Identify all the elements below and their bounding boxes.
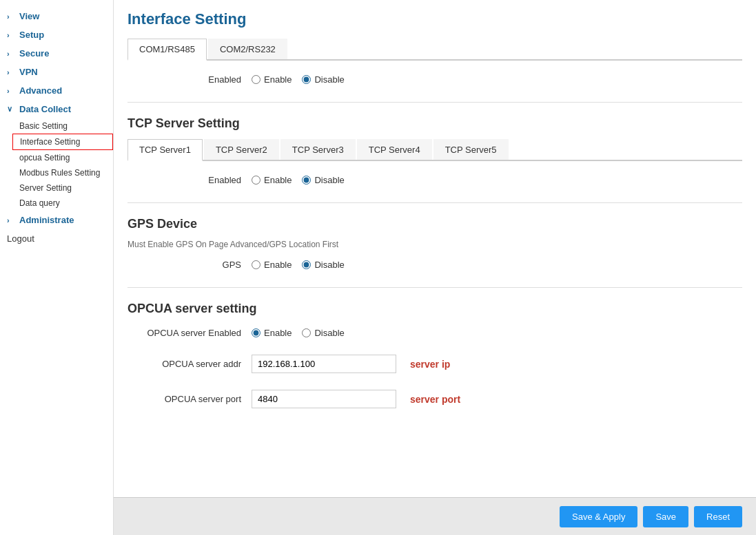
- reset-button[interactable]: Reset: [694, 506, 742, 527]
- save-button[interactable]: Save: [643, 506, 688, 527]
- com-enabled-label: Enabled: [127, 74, 252, 85]
- com-radio-group: Enable Disable: [252, 74, 345, 85]
- opcua-enabled-row: OPCUA server Enabled Enable Disable: [127, 324, 742, 342]
- tcp-radio-group: Enable Disable: [252, 175, 345, 185]
- gps-description: Must Enable GPS On Page Advanced/GPS Loc…: [127, 240, 742, 249]
- bottom-bar: Save & Apply Save Reset: [114, 497, 756, 535]
- chevron-right-icon: ›: [7, 31, 17, 39]
- tab-tcp-server5[interactable]: TCP Server5: [433, 139, 509, 160]
- sidebar-item-vpn[interactable]: › VPN: [0, 63, 113, 81]
- com-enable-option[interactable]: Enable: [252, 74, 292, 85]
- opcua-disable-option[interactable]: Disable: [302, 328, 344, 338]
- gps-label: GPS: [127, 260, 252, 270]
- divider-3: [127, 287, 742, 288]
- sidebar-item-setup[interactable]: › Setup: [0, 25, 113, 44]
- sidebar-sub-data-query[interactable]: Data query: [12, 196, 113, 211]
- com-enable-label: Enable: [264, 74, 292, 85]
- gps-enable-option[interactable]: Enable: [252, 260, 292, 270]
- chevron-right-icon: ›: [7, 87, 17, 95]
- opcua-enable-radio[interactable]: [252, 328, 260, 337]
- chevron-right-icon: ›: [7, 12, 17, 21]
- com-enable-radio[interactable]: [252, 75, 260, 84]
- tab-tcp-server4[interactable]: TCP Server4: [357, 139, 432, 160]
- gps-enable-label: Enable: [264, 260, 292, 270]
- divider-1: [127, 102, 742, 103]
- opcua-port-label: OPCUA server port: [127, 394, 252, 404]
- com-tab-bar: COM1/RS485 COM2/RS232: [127, 39, 742, 61]
- sidebar-item-advanced-label: Advanced: [19, 85, 62, 96]
- tab-tcp-server3[interactable]: TCP Server3: [280, 139, 356, 160]
- sidebar: › View › Setup › Secure › VPN › Advanced…: [0, 0, 114, 535]
- sidebar-item-secure-label: Secure: [19, 48, 49, 59]
- opcua-port-hint: server port: [410, 394, 460, 405]
- sidebar-sub-server-setting[interactable]: Server Setting: [12, 180, 113, 196]
- sidebar-item-view[interactable]: › View: [0, 7, 113, 25]
- tcp-enable-option[interactable]: Enable: [252, 175, 292, 185]
- sidebar-sub-modbus-rules[interactable]: Modbus Rules Setting: [12, 165, 113, 180]
- opcua-addr-row: OPCUA server addr server ip: [127, 351, 742, 377]
- sidebar-sub-opcua-setting[interactable]: opcua Setting: [12, 150, 113, 165]
- tcp-enabled-row: Enabled Enable Disable: [127, 171, 742, 189]
- com-enabled-row: Enabled Enable Disable: [127, 71, 742, 88]
- gps-radio-group: Enable Disable: [252, 260, 345, 270]
- sidebar-sub-interface-setting[interactable]: Interface Setting: [12, 134, 113, 150]
- tcp-enable-radio[interactable]: [252, 176, 260, 185]
- sidebar-item-vpn-label: VPN: [19, 67, 38, 77]
- sidebar-item-administrate-label: Administrate: [19, 215, 74, 225]
- gps-enable-radio[interactable]: [252, 260, 260, 269]
- tab-com2-rs232[interactable]: COM2/RS232: [208, 39, 287, 59]
- tcp-disable-option[interactable]: Disable: [302, 175, 344, 185]
- com-disable-option[interactable]: Disable: [302, 74, 344, 85]
- tcp-enabled-label: Enabled: [127, 175, 252, 185]
- tcp-tab-bar: TCP Server1 TCP Server2 TCP Server3 TCP …: [127, 139, 742, 161]
- gps-disable-label: Disable: [314, 260, 344, 270]
- sidebar-item-administrate[interactable]: › Administrate: [0, 211, 113, 229]
- save-apply-button[interactable]: Save & Apply: [560, 506, 637, 527]
- opcua-enable-option[interactable]: Enable: [252, 328, 292, 338]
- sidebar-logout[interactable]: Logout: [0, 229, 113, 248]
- gps-enabled-row: GPS Enable Disable: [127, 256, 742, 273]
- chevron-down-icon: ∨: [7, 105, 17, 114]
- sidebar-item-data-collect-label: Data Collect: [19, 104, 71, 114]
- opcua-radio-group: Enable Disable: [252, 328, 345, 338]
- opcua-addr-label: OPCUA server addr: [127, 359, 252, 369]
- logout-label: Logout: [7, 233, 34, 244]
- page-title: Interface Setting: [127, 10, 742, 28]
- opcua-addr-input[interactable]: [252, 355, 396, 373]
- gps-disable-option[interactable]: Disable: [302, 260, 344, 270]
- com-disable-radio[interactable]: [302, 75, 311, 84]
- opcua-enable-label: Enable: [264, 328, 292, 338]
- sidebar-item-data-collect[interactable]: ∨ Data Collect: [0, 100, 113, 118]
- sidebar-item-view-label: View: [19, 11, 39, 21]
- main-content: Interface Setting COM1/RS485 COM2/RS232 …: [114, 0, 756, 535]
- sidebar-sub-basic-setting[interactable]: Basic Setting: [12, 118, 113, 134]
- opcua-disable-label: Disable: [314, 328, 344, 338]
- tcp-section-title: TCP Server Setting: [127, 116, 742, 131]
- tab-com1-rs485[interactable]: COM1/RS485: [127, 39, 207, 61]
- com-disable-label: Disable: [314, 74, 344, 85]
- chevron-right-icon: ›: [7, 68, 17, 76]
- sidebar-item-setup-label: Setup: [19, 30, 44, 40]
- tcp-disable-radio[interactable]: [302, 176, 311, 185]
- divider-2: [127, 202, 742, 203]
- sidebar-item-advanced[interactable]: › Advanced: [0, 81, 113, 100]
- gps-section-title: GPS Device: [127, 217, 742, 231]
- tab-tcp-server2[interactable]: TCP Server2: [204, 139, 279, 160]
- opcua-addr-hint: server ip: [410, 359, 450, 370]
- opcua-section-title: OPCUA server setting: [127, 302, 742, 316]
- opcua-disable-radio[interactable]: [302, 328, 311, 337]
- opcua-enabled-label: OPCUA server Enabled: [127, 328, 252, 338]
- tcp-enable-label: Enable: [264, 175, 292, 185]
- sidebar-item-secure[interactable]: › Secure: [0, 44, 113, 63]
- tcp-disable-label: Disable: [314, 175, 344, 185]
- opcua-port-input[interactable]: [252, 390, 396, 408]
- opcua-port-row: OPCUA server port server port: [127, 386, 742, 412]
- chevron-right-icon: ›: [7, 216, 17, 224]
- tab-tcp-server1[interactable]: TCP Server1: [127, 139, 203, 161]
- chevron-right-icon: ›: [7, 50, 17, 58]
- gps-disable-radio[interactable]: [302, 260, 311, 269]
- sidebar-sub-items: Basic Setting Interface Setting opcua Se…: [0, 118, 113, 211]
